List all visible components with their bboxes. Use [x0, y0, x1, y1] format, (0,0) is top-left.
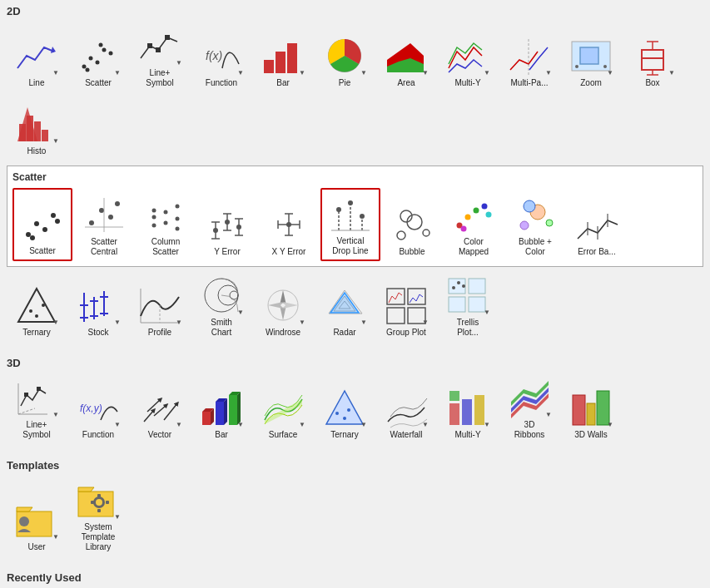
svg-point-41	[99, 208, 104, 213]
box-label: Box	[645, 78, 659, 88]
xy-error-label: X Y Error	[272, 247, 306, 257]
3d-vector-label: Vector	[148, 430, 171, 440]
svg-point-88	[461, 226, 467, 232]
template-item-system[interactable]: ▼ SystemTemplateLibrary	[68, 475, 128, 556]
chart-item-3d-waterfall[interactable]: ▼ Waterfall	[376, 373, 436, 444]
chart-item-3d-line-symbol[interactable]: ▼ Line+Symbol	[7, 373, 67, 444]
chart-item-multi-pa[interactable]: ▼ Multi-Pa...	[499, 21, 559, 92]
svg-rect-161	[449, 403, 459, 425]
svg-point-49	[164, 221, 168, 225]
svg-point-53	[176, 227, 180, 231]
svg-point-43	[115, 201, 120, 206]
svg-rect-10	[165, 35, 170, 40]
svg-point-92	[546, 220, 553, 226]
chart-item-3d-vector[interactable]: ▼ Vector	[130, 373, 190, 444]
smith-chart-label: SmithChart	[211, 318, 232, 338]
chart-item-ternary[interactable]: ▼ Ternary	[7, 270, 67, 342]
group-plot-icon-wrap: ▼	[384, 284, 429, 326]
scatter-dropdown: ▼	[114, 69, 121, 77]
chart-item-scatter[interactable]: ▼ Scatter	[68, 21, 128, 92]
3d-walls-dropdown: ▼	[607, 421, 613, 428]
3d-ternary-dropdown: ▼	[360, 421, 367, 428]
3d-function-label: Function	[82, 430, 114, 440]
svg-point-21	[575, 65, 578, 68]
error-ba-label: Error Ba...	[578, 247, 616, 257]
svg-rect-30	[19, 124, 26, 141]
chart-item-3d-function[interactable]: f(x,y) ▼ Function	[68, 373, 128, 444]
scatter-item-central[interactable]: ScatterCentral	[74, 188, 134, 261]
system-template-label: SystemTemplateLibrary	[82, 522, 116, 552]
bar-dropdown: ▼	[299, 69, 305, 77]
svg-rect-169	[587, 403, 595, 425]
windrose-label: Windrose	[266, 328, 300, 338]
chart-item-line-symbol[interactable]: ▼ Line+Symbol	[130, 21, 190, 92]
chart-item-profile[interactable]: ▼ Profile	[130, 270, 190, 342]
scatter-item-column-scatter[interactable]: ColumnScatter	[136, 188, 196, 261]
svg-rect-140	[37, 387, 41, 391]
chart-item-multi-y[interactable]: ▼ Multi-Y	[438, 21, 498, 92]
function-icon-wrap: f(x) ▼	[199, 35, 244, 77]
svg-rect-13	[276, 52, 285, 73]
scatter-item-color-mapped[interactable]: ColorMapped	[444, 188, 504, 261]
svg-point-1	[82, 65, 87, 69]
3d-line-symbol-dropdown: ▼	[52, 411, 59, 418]
3d-bar-dropdown: ▼	[237, 421, 244, 428]
scatter-item-vertical-drop-line[interactable]: VerticalDrop Line	[320, 188, 380, 261]
chart-item-trellis[interactable]: ▼ TrellisPlot...	[438, 270, 498, 342]
chart-item-3d-multi-y[interactable]: ▼ Multi-Y	[438, 373, 498, 444]
chart-item-3d-ternary[interactable]: ▼ Ternary	[315, 373, 375, 444]
chart-item-stock[interactable]: ▼ Stock	[68, 270, 128, 342]
svg-point-87	[482, 204, 488, 210]
scatter-item-error-ba[interactable]: Error Ba...	[567, 188, 627, 261]
svg-point-38	[30, 235, 35, 240]
svg-point-52	[176, 205, 180, 209]
chart-item-3d-bar[interactable]: ▼ Bar	[191, 373, 251, 444]
chart-item-3d-ribbons[interactable]: ▼ 3DRibbons	[499, 373, 559, 444]
3d-vector-dropdown: ▼	[176, 421, 182, 428]
chart-item-area[interactable]: ▼ Area	[376, 21, 436, 92]
3d-walls-icon-wrap: ▼	[568, 387, 613, 428]
chart-item-radar[interactable]: ▼ Radar	[315, 270, 375, 342]
zoom-icon-wrap: ▼	[568, 35, 613, 77]
multi-pa-icon-wrap: ▼	[507, 35, 552, 77]
3d-ribbons-icon-wrap: ▼	[507, 377, 552, 418]
zoom-dropdown: ▼	[607, 69, 613, 77]
svg-marker-119	[268, 302, 283, 309]
svg-point-86	[474, 208, 479, 214]
scatter-basic-label: Scatter	[29, 246, 56, 256]
section-templates: Templates ▼ User	[0, 454, 710, 563]
svg-rect-127	[387, 308, 405, 324]
chart-item-line[interactable]: ▼ Line	[7, 21, 67, 92]
chart-item-box[interactable]: ▼ Box	[623, 21, 683, 92]
3d-chart-grid: ▼ Line+Symbol f(x,y) ▼ Function	[7, 373, 703, 447]
line-dropdown: ▼	[52, 69, 59, 77]
svg-point-159	[347, 408, 350, 412]
chart-item-pie[interactable]: ▼ Pie	[315, 21, 375, 92]
svg-line-138	[18, 408, 35, 414]
chart-item-3d-walls[interactable]: ▼ 3D Walls	[561, 373, 621, 444]
chart-item-bar[interactable]: ▼ Bar	[253, 21, 313, 92]
y-error-label: Y Error	[214, 247, 241, 257]
scatter-item-y-error[interactable]: Y Error	[197, 188, 257, 261]
chart-item-windrose[interactable]: ▼ Windrose	[253, 270, 313, 342]
templates-grid: ▼ User	[7, 475, 703, 560]
2d-chart-grid: ▼ Line ▼ Sca	[7, 21, 703, 164]
chart-item-function[interactable]: f(x) ▼ Function	[191, 21, 251, 92]
template-item-user[interactable]: ▼ User	[7, 475, 67, 556]
scatter-item-bubble[interactable]: Bubble	[382, 188, 442, 261]
scatter-item-basic[interactable]: Scatter	[12, 188, 72, 261]
chart-item-smith-chart[interactable]: ▼ SmithChart	[191, 270, 251, 342]
svg-point-42	[108, 215, 113, 220]
svg-point-35	[34, 221, 39, 226]
bubble-color-label: Bubble +Color	[519, 237, 552, 257]
scatter-item-xy-error[interactable]: X Y Error	[259, 188, 319, 261]
3d-surface-icon-wrap: ▼	[261, 387, 305, 428]
svg-point-85	[465, 215, 471, 220]
function-label: Function	[206, 78, 237, 88]
chart-item-histo[interactable]: ▼ Histo	[7, 94, 67, 161]
profile-icon-wrap: ▼	[137, 284, 182, 326]
chart-item-zoom[interactable]: ▼ Zoom	[561, 21, 621, 92]
chart-item-3d-surface[interactable]: ▼ Surface	[253, 373, 313, 444]
scatter-item-bubble-color[interactable]: Bubble +Color	[505, 188, 565, 261]
chart-item-group-plot[interactable]: ▼ Group Plot	[376, 270, 436, 342]
